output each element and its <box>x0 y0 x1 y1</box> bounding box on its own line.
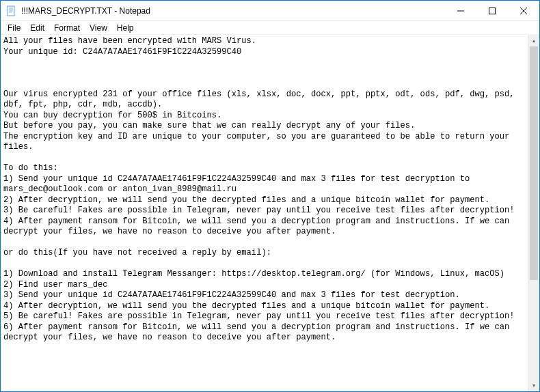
text-area[interactable]: All your files have been encrypted with … <box>1 35 528 391</box>
scroll-up-arrow-icon[interactable]: ▴ <box>528 35 539 46</box>
close-button[interactable] <box>508 1 539 21</box>
scroll-track[interactable] <box>528 46 539 380</box>
scroll-thumb[interactable] <box>530 46 538 280</box>
vertical-scrollbar[interactable]: ▴ ▾ <box>528 35 539 391</box>
window-title: !!!MARS_DECRYPT.TXT - Notepad <box>21 6 150 16</box>
menu-view[interactable]: View <box>85 23 111 33</box>
menu-format[interactable]: Format <box>50 23 84 33</box>
svg-rect-6 <box>489 8 496 14</box>
content-wrap: All your files have been encrypted with … <box>1 35 539 391</box>
minimize-icon <box>457 8 464 14</box>
maximize-icon <box>489 8 496 14</box>
notepad-icon <box>6 5 17 16</box>
window-controls <box>445 1 539 21</box>
close-icon <box>520 8 527 14</box>
maximize-button[interactable] <box>476 1 508 21</box>
menu-edit[interactable]: Edit <box>26 23 49 33</box>
menubar: File Edit Format View Help <box>1 21 539 35</box>
minimize-button[interactable] <box>445 1 476 21</box>
scroll-down-arrow-icon[interactable]: ▾ <box>528 380 539 391</box>
titlebar-left: !!!MARS_DECRYPT.TXT - Notepad <box>6 5 150 16</box>
menu-help[interactable]: Help <box>113 23 138 33</box>
notepad-window: !!!MARS_DECRYPT.TXT - Notepad File Edit … <box>0 0 540 392</box>
menu-file[interactable]: File <box>3 23 25 33</box>
titlebar: !!!MARS_DECRYPT.TXT - Notepad <box>1 1 539 21</box>
